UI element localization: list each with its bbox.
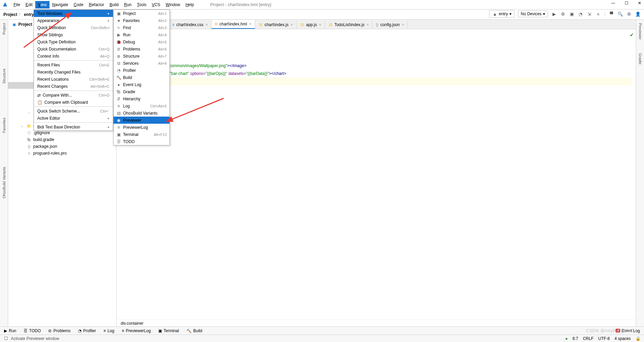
tool-todo[interactable]: ☰TODO (24, 328, 41, 333)
menu-item-compare-with-[interactable]: ⇄Compare With...Ctrl+D (34, 92, 113, 99)
expand-icon[interactable]: › (22, 124, 25, 128)
tab-app-js[interactable]: JSapp.js× (297, 21, 325, 29)
menu-item-quick-switch-scheme-[interactable]: Quick Switch Scheme...Ctrl+` (34, 107, 113, 115)
tree-item-package-json[interactable]: {}package.json (8, 143, 116, 150)
menu-vcs[interactable]: VCS (149, 1, 163, 8)
code-editor[interactable]: ✔ er"> ata-region"> s="data-background" … (117, 29, 636, 320)
search-icon[interactable]: 🔍 (618, 11, 623, 17)
menu-item-recent-locations[interactable]: Recent LocationsCtrl+Shift+E (34, 76, 113, 83)
debug-icon[interactable]: ⚙ (560, 11, 566, 17)
menu-code[interactable]: Code (71, 1, 86, 8)
menu-item-recent-files[interactable]: Recent FilesCtrl+E (34, 61, 113, 68)
lock-icon[interactable]: 🔒 (636, 336, 641, 341)
tool-window-run[interactable]: ▶RunAlt+4 (114, 31, 169, 38)
tool-window-previewerlog[interactable]: ≡PreviewerLog (114, 124, 169, 131)
menu-item-quick-type-definition[interactable]: Quick Type Definition (34, 38, 113, 45)
tree-item-build-gradle[interactable]: 🐘build.gradle (8, 136, 116, 143)
stop-icon[interactable]: ■ (596, 11, 601, 17)
profile-icon[interactable]: ◔ (578, 11, 583, 17)
caret-position[interactable]: 6:7 (572, 336, 578, 341)
menu-item-recently-changed-files[interactable]: Recently Changed Files (34, 68, 113, 76)
tool-build[interactable]: 🔨Build (186, 328, 202, 333)
tool-tab-structure[interactable]: Structure (2, 68, 6, 84)
tool-terminal[interactable]: ▣Terminal (158, 328, 179, 333)
maximize-icon[interactable]: ☐ (625, 1, 628, 5)
tool-window-find[interactable]: ⤷FindAlt+3 (114, 24, 169, 31)
editor-breadcrumb[interactable]: div.container (117, 320, 636, 326)
close-tab-icon[interactable]: × (205, 22, 208, 27)
tool-tab-favorites[interactable]: Favorites (2, 118, 6, 133)
close-icon[interactable]: ✕ (638, 1, 641, 5)
tab-chart-index-hml[interactable]: Hchart\index.hml× (212, 20, 255, 29)
attach-icon[interactable]: ⇲ (587, 11, 592, 17)
menu-item-active-editor[interactable]: Active Editor▸ (34, 115, 113, 122)
tool-window-ohosbuild-variants[interactable]: ▤OhosBuild Variants (114, 109, 169, 117)
project-structure-icon[interactable]: ▀ (609, 11, 614, 17)
devices-dropdown[interactable]: No Devices ▾ (518, 11, 548, 17)
close-tab-icon[interactable]: × (402, 22, 404, 27)
tool-log[interactable]: ≡Log (103, 328, 114, 333)
close-tab-icon[interactable]: × (319, 22, 321, 27)
file-encoding[interactable]: UTF-8 (598, 336, 610, 341)
tool-tab-gradle[interactable]: Gradle (638, 53, 642, 64)
tool-run[interactable]: ▶Run (4, 328, 16, 333)
tool-window-previewer[interactable]: ◉Previewer (114, 117, 169, 124)
menu-item-recent-changes[interactable]: Recent ChangesAlt+Shift+C (34, 83, 113, 90)
tool-window-terminal[interactable]: ▣TerminalAlt+F12 (114, 131, 169, 138)
tool-window-favorites[interactable]: ★FavoritesAlt+2 (114, 17, 169, 24)
menu-build[interactable]: Build (107, 1, 121, 8)
tool-problems[interactable]: ⊘Problems (48, 328, 71, 333)
tool-window-problems[interactable]: ⊘ProblemsAlt+6 (114, 45, 169, 53)
tool-window-project[interactable]: ▣ProjectAlt+1 (114, 10, 169, 17)
menu-file[interactable]: File (11, 1, 23, 8)
menu-item-appearance[interactable]: Appearance▸ (34, 17, 113, 24)
tool-window-profiler[interactable]: ◔Profiler (114, 67, 169, 74)
menu-window[interactable]: Window (163, 1, 183, 8)
tool-tab-ohosbuild-variants[interactable]: OhosBuild Variants (2, 167, 6, 198)
tree-item-proguard-rules-pro[interactable]: ≡proguard-rules.pro (8, 150, 116, 157)
tool-window-hierarchy[interactable]: ⇵Hierarchy (114, 95, 169, 102)
minimize-icon[interactable]: — (611, 1, 615, 5)
tool-window-event-log[interactable]: ●Event Log (114, 81, 169, 88)
menu-item-context-info[interactable]: Context InfoAlt+Q (34, 53, 113, 60)
tab-chart-index-css[interactable]: #chart\index.css× (169, 21, 212, 29)
menu-refactor[interactable]: Refactor (86, 1, 107, 8)
expand-icon[interactable]: › (28, 111, 32, 115)
menu-edit[interactable]: Edit (23, 1, 35, 8)
menu-item-tool-windows[interactable]: Tool Windows▸ (34, 10, 113, 17)
menu-item-show-siblings[interactable]: Show Siblings (34, 31, 113, 38)
menu-help[interactable]: Help (183, 1, 197, 8)
coverage-icon[interactable]: ▣ (569, 11, 575, 17)
breadcrumb-project[interactable]: Project (3, 12, 17, 17)
tab-TodoList-index-js[interactable]: JSTodoList\index.js× (325, 21, 373, 29)
line-separator[interactable]: CRLF (583, 336, 593, 341)
menu-item-compare-with-clipboard[interactable]: 📋Compare with Clipboard (34, 99, 113, 106)
tool-window-todo[interactable]: ☰TODO (114, 138, 169, 145)
view-menu-dropdown[interactable]: Tool Windows▸Appearance▸Quick Definition… (34, 9, 113, 131)
menu-item-quick-definition[interactable]: Quick DefinitionCtrl+Shift+I (34, 24, 113, 31)
tool-window-gradle[interactable]: 🐘Gradle (114, 88, 169, 95)
tool-window-structure[interactable]: ≣StructureAlt+7 (114, 53, 169, 60)
run-icon[interactable]: ▶ (551, 11, 557, 17)
menu-navigate[interactable]: Navigate (49, 1, 71, 8)
close-tab-icon[interactable]: × (366, 22, 369, 27)
menu-tools[interactable]: Tools (134, 1, 149, 8)
menu-item-bidi-text-base-direction[interactable]: Bidi Text Base Direction▸ (34, 123, 113, 130)
tab-chart-index-js[interactable]: JSchart\index.js× (255, 21, 297, 29)
tool-window-debug[interactable]: 🐞DebugAlt+5 (114, 38, 169, 45)
tool-window-build[interactable]: 🔨Build (114, 74, 169, 81)
tab-config-json[interactable]: {}config.json× (373, 21, 408, 29)
indent-info[interactable]: 4 spaces (615, 336, 631, 341)
tool-window-services[interactable]: ⧉ServicesAlt+8 (114, 60, 169, 67)
tool-tab-project[interactable]: Project (2, 23, 6, 35)
tool-tab-previewer[interactable]: Previewer (638, 23, 642, 40)
settings-icon[interactable]: ⚙ (626, 11, 632, 17)
breadcrumb[interactable]: Project 〉 entry (3, 12, 34, 17)
tool-windows-submenu[interactable]: ▣ProjectAlt+1★FavoritesAlt+2⤷FindAlt+3▶R… (113, 9, 170, 145)
menu-run[interactable]: Run (121, 1, 134, 8)
close-tab-icon[interactable]: × (249, 22, 251, 26)
menu-view[interactable]: View (35, 1, 49, 8)
tool-window-log[interactable]: ≡LogCtrl+Alt+5 (114, 102, 169, 109)
menu-item-quick-documentation[interactable]: Quick DocumentationCtrl+Q (34, 45, 113, 53)
run-config-dropdown[interactable]: ▲ entry ▾ (489, 10, 515, 18)
